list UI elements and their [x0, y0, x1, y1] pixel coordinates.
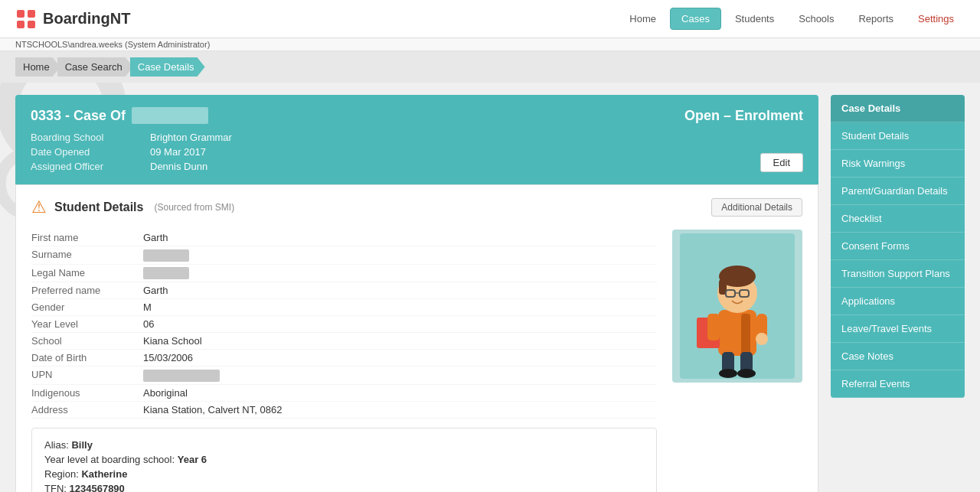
tfn-row: TFN: 1234567890 — [44, 481, 644, 492]
tfn-label: TFN: — [44, 483, 67, 492]
alias-value: Billy — [71, 439, 92, 451]
brand-logo: BoardingNT — [15, 8, 130, 30]
additional-details-button[interactable]: Additional Details — [711, 198, 802, 217]
brand-name: BoardingNT — [43, 10, 130, 28]
student-avatar — [672, 230, 802, 383]
student-field-label: Legal Name — [31, 267, 131, 280]
sidebar-item-applications[interactable]: Applications — [831, 288, 965, 315]
sidebar-item-transition-support-plans[interactable]: Transition Support Plans — [831, 260, 965, 288]
case-field-date-opened: Date Opened 09 Mar 2017 — [31, 146, 232, 158]
case-status: Open – Enrolment — [684, 108, 803, 124]
assigned-officer-value: Dennis Dunn — [150, 161, 207, 172]
student-field-label: Preferred name — [31, 285, 131, 296]
tfn-value: 1234567890 — [70, 483, 125, 492]
sidebar-item-case-details[interactable]: Case Details — [831, 95, 965, 122]
student-field-row: First nameGarth — [31, 230, 657, 246]
breadcrumb-home[interactable]: Home — [15, 57, 60, 77]
main-layout: 0333 - Case Of Open – Enrolment Boarding… — [0, 83, 980, 492]
date-opened-value: 09 Mar 2017 — [150, 146, 206, 158]
svg-point-18 — [719, 369, 737, 378]
svg-rect-6 — [28, 21, 35, 28]
nav-settings[interactable]: Settings — [907, 8, 965, 29]
student-field-row: AddressKiana Station, Calvert NT, 0862 — [31, 402, 657, 419]
sidebar-item-risk-warnings[interactable]: Risk Warnings — [831, 150, 965, 178]
breadcrumb: Home Case Search Case Details — [0, 51, 980, 83]
student-field-value: Garth — [143, 232, 168, 243]
svg-rect-9 — [741, 314, 750, 356]
sidebar-item-checklist[interactable]: Checklist — [831, 205, 965, 233]
student-field-value: Kiana Station, Calvert NT, 0862 — [143, 404, 282, 415]
user-label: NTSCHOOLS\andrea.weeks (System Administr… — [15, 40, 210, 49]
svg-rect-3 — [17, 10, 24, 18]
top-nav: BoardingNT Home Cases Students Schools R… — [0, 0, 980, 38]
student-field-label: Indigenous — [31, 387, 131, 399]
student-field-label: Date of Birth — [31, 352, 131, 363]
student-field-value: 06 — [143, 318, 154, 330]
nav-schools[interactable]: Schools — [788, 8, 844, 29]
assigned-officer-label: Assigned Officer — [31, 161, 138, 172]
nav-cases[interactable]: Cases — [670, 8, 721, 30]
boarding-school-value: Brighton Grammar — [150, 132, 232, 143]
content-area: 0333 - Case Of Open – Enrolment Boarding… — [15, 95, 818, 492]
student-details-card: ⚠ Student Details (Sourced from SMI) Add… — [15, 184, 818, 492]
case-name-redacted — [132, 107, 208, 124]
student-field-label: Surname — [31, 249, 131, 262]
student-field-value — [143, 369, 220, 382]
sidebar-item-student-details[interactable]: Student Details — [831, 122, 965, 150]
region-value: Katherine — [81, 468, 127, 480]
student-field-label: School — [31, 335, 131, 347]
student-field-label: First name — [31, 232, 131, 243]
student-field-row: SchoolKiana School — [31, 333, 657, 350]
edit-button[interactable]: Edit — [760, 153, 803, 172]
student-field-label: Address — [31, 404, 131, 415]
card-title-area: ⚠ Student Details (Sourced from SMI) — [31, 197, 234, 217]
year-level-row: Year level at boarding school: Year 6 — [44, 452, 644, 467]
student-field-value: Garth — [143, 285, 168, 296]
breadcrumb-case-search[interactable]: Case Search — [57, 57, 133, 77]
student-illustration — [680, 233, 795, 379]
case-id: 0333 - Case Of — [31, 108, 126, 124]
sidebar-item-parent-guardian-details[interactable]: Parent/Guardian Details — [831, 178, 965, 205]
student-field-value: Aboriginal — [143, 387, 188, 399]
sidebar-item-leave-travel-events[interactable]: Leave/Travel Events — [831, 315, 965, 343]
case-fields: Boarding School Brighton Grammar Date Op… — [31, 132, 232, 172]
student-field-label: Gender — [31, 301, 131, 313]
sidebar-item-referral-events[interactable]: Referral Events — [831, 370, 965, 398]
nav-reports[interactable]: Reports — [848, 8, 904, 29]
student-field-row: Preferred nameGarth — [31, 282, 657, 299]
year-level-value: Year 6 — [178, 454, 207, 465]
student-field-row: Year Level06 — [31, 316, 657, 333]
student-info-layout: First nameGarthSurnameLegal NamePreferre… — [31, 230, 802, 492]
student-field-row: UPN — [31, 367, 657, 385]
svg-point-19 — [737, 369, 756, 378]
student-field-label: UPN — [31, 369, 131, 382]
student-fields: First nameGarthSurnameLegal NamePreferre… — [31, 230, 657, 492]
student-field-value: 15/03/2006 — [143, 352, 193, 363]
nav-students[interactable]: Students — [724, 8, 785, 29]
case-header: 0333 - Case Of Open – Enrolment Boarding… — [15, 95, 818, 184]
nav-links: Home Cases Students Schools Reports Sett… — [619, 8, 965, 30]
case-field-assigned-officer: Assigned Officer Dennis Dunn — [31, 161, 232, 172]
student-field-value: Kiana School — [143, 335, 202, 347]
nav-home[interactable]: Home — [619, 8, 667, 29]
svg-rect-24 — [707, 314, 720, 340]
svg-rect-5 — [17, 21, 24, 28]
warning-icon: ⚠ — [31, 197, 47, 217]
breadcrumb-case-details[interactable]: Case Details — [130, 57, 205, 77]
card-subtitle: (Sourced from SMI) — [154, 202, 234, 213]
year-level-label: Year level at boarding school: — [44, 454, 175, 465]
case-field-boarding-school: Boarding School Brighton Grammar — [31, 132, 232, 143]
sidebar: Case DetailsStudent DetailsRisk Warnings… — [831, 95, 965, 398]
alias-label: Alias: — [44, 439, 69, 451]
sidebar-item-consent-forms[interactable]: Consent Forms — [831, 233, 965, 260]
student-field-label: Year Level — [31, 318, 131, 330]
student-field-row: Surname — [31, 246, 657, 265]
student-field-value — [143, 267, 189, 280]
user-bar: NTSCHOOLS\andrea.weeks (System Administr… — [0, 38, 980, 51]
student-field-row: Date of Birth15/03/2006 — [31, 350, 657, 367]
sidebar-item-case-notes[interactable]: Case Notes — [831, 343, 965, 370]
boarding-school-label: Boarding School — [31, 132, 138, 143]
region-label: Region: — [44, 468, 79, 480]
svg-rect-8 — [718, 310, 756, 356]
date-opened-label: Date Opened — [31, 146, 138, 158]
